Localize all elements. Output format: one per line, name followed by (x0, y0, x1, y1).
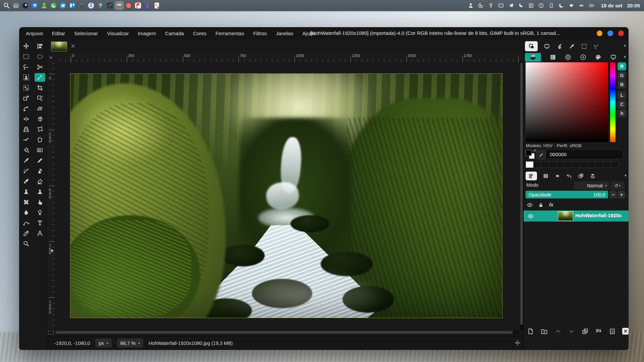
dock-app-darktable[interactable] (106, 2, 113, 9)
tool-crop[interactable] (35, 83, 45, 92)
window-maximize-button[interactable] (607, 31, 613, 36)
tool-warp-transform[interactable] (21, 135, 32, 144)
zoom-dropdown[interactable]: 66,7 % ▾ (117, 339, 143, 348)
layer-visibility-eye-icon[interactable] (528, 213, 534, 219)
tab-wheel[interactable] (580, 54, 586, 60)
channel-button-C[interactable]: C (618, 100, 626, 108)
menu-editar[interactable]: Editar (52, 31, 65, 36)
tab-cmyk[interactable]: CMYK (550, 54, 556, 60)
tab-watercolor[interactable] (565, 54, 571, 60)
vertical-scrollbar[interactable] (520, 62, 523, 330)
collapse-panel-icon[interactable] (623, 173, 628, 179)
dock-app-gimp[interactable] (116, 2, 123, 9)
lower-layer-button[interactable] (568, 327, 575, 335)
collapse-panel-icon[interactable] (623, 54, 627, 60)
merge-down-button[interactable] (595, 327, 602, 335)
image-tab-thumbnail[interactable] (51, 42, 67, 52)
tool-perspective-clone[interactable] (35, 187, 45, 196)
color-history-swatch-empty[interactable] (549, 161, 557, 168)
canvas-image[interactable] (70, 74, 502, 318)
mode-reset-button[interactable]: ↺▾ (611, 181, 624, 190)
tool-perspective[interactable] (21, 125, 32, 134)
swap-colors-icon[interactable]: ⇄ (534, 148, 536, 152)
tool-scale[interactable] (21, 94, 32, 103)
tool-rectangle-select[interactable] (21, 52, 32, 61)
dock-app-spotlight-search[interactable] (3, 2, 10, 9)
dock-app-whatsapp[interactable] (50, 2, 57, 9)
color-history-swatch-empty[interactable] (595, 161, 603, 168)
channel-button-R[interactable]: R (618, 62, 626, 70)
dock-app-maps[interactable] (97, 2, 104, 9)
tool-gradient[interactable] (35, 146, 45, 155)
tool-unified-transform[interactable] (35, 94, 45, 103)
tool-paths[interactable] (21, 219, 32, 227)
tool-scissors-select[interactable] (35, 63, 45, 71)
tool-paintbrush[interactable] (21, 156, 32, 165)
dock-app-archive-manager[interactable] (12, 2, 19, 9)
tool-dodge-burn[interactable] (35, 208, 45, 217)
dock-app-trello[interactable] (69, 2, 76, 9)
menu-ferramentas[interactable]: Ferramentas (216, 31, 244, 36)
tool-airbrush[interactable] (21, 167, 32, 175)
canvas-viewport[interactable] (55, 62, 519, 330)
tool-zoom[interactable] (21, 239, 32, 248)
tool-measure[interactable] (35, 229, 45, 238)
fg-bg-color-swatch[interactable]: ⇄ (526, 150, 536, 160)
account-icon[interactable] (468, 3, 474, 8)
layer-row[interactable]: HohWaterfall-1920x (524, 210, 629, 222)
tab-layers[interactable] (526, 172, 537, 180)
hex-color-input[interactable]: 000000 (546, 149, 624, 159)
tab-palette[interactable] (595, 54, 601, 60)
horizontal-scrollbar[interactable] (55, 330, 519, 334)
tool-color-picker[interactable] (21, 229, 32, 238)
color-history-swatch-empty[interactable] (587, 161, 595, 168)
gimp-titlebar[interactable]: ArquivoEditarSelecionarVisualizarImagemC… (19, 27, 629, 40)
dock-app-harbor[interactable] (88, 2, 95, 9)
phone-link-icon[interactable] (548, 3, 554, 8)
tool-shear[interactable] (35, 104, 45, 113)
opacity-increase-button[interactable] (618, 191, 625, 198)
tool-mypaint-brush[interactable] (21, 177, 32, 186)
menu-selecionar[interactable]: Selecionar (74, 31, 98, 36)
telegram-tray-icon[interactable] (508, 3, 514, 8)
saturation-value-square[interactable] (526, 62, 608, 142)
color-history-swatch-empty[interactable] (572, 161, 580, 168)
tab-scales[interactable] (610, 54, 616, 60)
channel-button-B[interactable]: B (618, 80, 626, 88)
tab-channels[interactable] (543, 173, 549, 179)
color-history-swatch-white[interactable] (526, 161, 534, 168)
dock-app-solitaire[interactable]: ♥ (153, 2, 160, 9)
tool-clone[interactable] (21, 187, 32, 196)
color-history-swatch-empty[interactable] (580, 161, 588, 168)
tool-alignment[interactable] (35, 42, 45, 51)
canvas-navigation-button[interactable] (514, 339, 521, 347)
color-history-swatch-empty[interactable] (556, 161, 565, 168)
mail-icon[interactable] (498, 3, 504, 8)
tool-handle-transform[interactable] (35, 125, 45, 134)
unit-dropdown[interactable]: px ▾ (95, 339, 111, 348)
hue-strip[interactable] (610, 62, 615, 142)
horizontal-ruler[interactable]: 02505007501000125015001750 (55, 53, 519, 62)
tool-heal[interactable] (21, 198, 32, 206)
color-history-swatch-empty[interactable] (603, 161, 611, 168)
opacity-slider[interactable]: Opacidade 100,0 (526, 191, 608, 198)
dock-app-contacts[interactable] (41, 2, 48, 9)
canvas-menu-button[interactable] (47, 53, 55, 62)
vertical-ruler[interactable]: 02 5 05 0 07 5 01 0 0 0 (47, 62, 55, 330)
vertical-scrollbar-thumb[interactable] (520, 63, 523, 325)
tool-bucket-fill[interactable] (21, 146, 32, 155)
channel-button-L[interactable]: L (618, 91, 626, 99)
tool-ink[interactable] (35, 167, 45, 175)
color-history-swatch-empty[interactable] (541, 161, 549, 168)
tool-ellipse-select[interactable] (35, 52, 45, 61)
menu-visualizar[interactable]: Visualizar (107, 31, 129, 36)
tool-free-select[interactable] (21, 63, 32, 71)
color-history-swatch-empty[interactable] (533, 161, 541, 168)
menu-imagem[interactable]: Imagem (138, 31, 156, 36)
tool-eraser[interactable] (35, 177, 45, 186)
dock-app-thunderbird[interactable] (31, 2, 38, 9)
tab-patterns[interactable] (581, 43, 587, 50)
dock-app-kite-dark[interactable] (78, 2, 85, 9)
tool-smudge[interactable] (35, 198, 45, 206)
lock-icon[interactable] (538, 202, 544, 208)
